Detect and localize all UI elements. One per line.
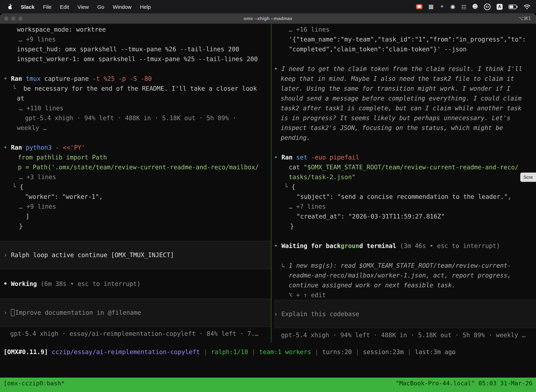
text-segment: ] <box>26 213 29 220</box>
terminal-line: p = Path('.omx/state/team/review-current… <box>0 162 271 172</box>
text-segment: › <box>274 311 281 317</box>
menu-window[interactable]: Window <box>113 4 132 10</box>
terminal-content: workspace_mode: worktree… +9 linesinspec… <box>0 24 536 378</box>
text-segment: └ <box>284 183 292 190</box>
apps-grid-icon[interactable] <box>461 4 466 9</box>
battery-percent-badge[interactable]: 61 <box>484 3 491 10</box>
text-segment: } <box>19 223 23 230</box>
menu-help[interactable]: Help <box>140 4 151 10</box>
wifi-icon[interactable] <box>524 4 530 9</box>
grid-icon[interactable]: ▦ <box>428 4 434 9</box>
omx-status-bar: [OMX#0.11.9] cczip/essay/ai-reimplementa… <box>0 347 536 357</box>
text-segment: • <box>274 242 281 249</box>
blank-line <box>274 143 536 152</box>
active-app-name[interactable]: Slack <box>21 4 34 10</box>
text-segment: inspect_worker-1: omx sparkshell --tmux-… <box>17 56 258 62</box>
blank-line <box>0 289 271 299</box>
text-segment: inspect_hud: omx sparkshell --tmux-pane … <box>17 46 239 53</box>
terminal-line: "worker": "worker-1", <box>0 192 271 202</box>
text-segment: Ran <box>11 75 26 82</box>
terminal-line: later. Using the same for transition mig… <box>274 84 536 93</box>
text-segment: d terminal <box>359 242 400 249</box>
zoom-button[interactable] <box>18 16 23 21</box>
text-segment: -euo pipefail <box>311 154 359 161</box>
terminal-line: '{"team_name":"my-team","task_id":"1","f… <box>274 34 536 44</box>
queued-prompt-band: › Ralph loop active continue [OMX_TMUX_I… <box>0 241 271 269</box>
terminal-line: • I need to get the claim token from the… <box>274 64 536 74</box>
text-segment: python3 <box>26 144 55 151</box>
terminal-window: omx --xhigh --madmax ⌥⌘1 workspace_mode:… <box>0 13 536 392</box>
text-segment: I need to get the claim token from the c… <box>281 65 522 72</box>
text-segment: | <box>352 348 363 355</box>
terminal-line: • Ran python3 - <<'PY' <box>0 143 271 152</box>
terminal-line: … +110 lines <box>0 103 271 113</box>
terminal-line: └ be necessary for the end of the README… <box>0 84 271 93</box>
text-segment: { <box>20 183 23 190</box>
text-segment: … +110 lines <box>19 105 63 112</box>
terminal-line: ] <box>0 211 271 221</box>
tmux-session-window-label[interactable]: [omx-cczip0:bash* <box>4 380 65 387</box>
menu-items: FileEditViewGoWindowHelp <box>43 4 151 10</box>
text-segment: at <box>17 95 24 102</box>
text-segment: '{"team_name":"my-team","task_id":"1","f… <box>289 36 526 43</box>
text-segment: ralph:1/10 <box>211 348 248 355</box>
input-source-icon[interactable]: A <box>497 4 502 10</box>
text-segment: weekly … <box>17 124 47 131</box>
band-line: › Explain this codebase <box>274 309 536 319</box>
swift-icon[interactable]: ✦ <box>440 4 444 9</box>
text-segment: Working <box>11 280 41 287</box>
screen: Slack FileEditViewGoWindowHelp ▦ ✦ ◉ ☻ 6… <box>0 0 536 392</box>
text-segment: groun <box>341 242 359 249</box>
text-segment: tasks/task-2.json" <box>289 173 355 181</box>
traffic-lights <box>0 16 23 21</box>
battery-percent-value: 61 <box>486 5 489 9</box>
text-segment: { <box>292 183 295 190</box>
ghost-icon[interactable]: ☻ <box>472 4 478 9</box>
composer-input[interactable]: › Improve documentation in @filename <box>0 299 271 327</box>
menu-edit[interactable]: Edit <box>60 4 69 10</box>
text-segment: "$OMX_TEAM_STATE_ROOT/team/review-curren… <box>304 164 518 171</box>
apple-menu-icon[interactable] <box>7 4 12 10</box>
close-button[interactable] <box>4 16 9 21</box>
terminal-line: inspect task2's JSON, focusing on the st… <box>274 123 536 133</box>
disc-icon[interactable]: ◉ <box>450 4 455 9</box>
terminal-line: task2 after task1 is complete, but can I… <box>274 103 536 113</box>
terminal-line: is in progress? It seems likely but perh… <box>274 113 536 123</box>
terminal-line: keep that in mind. Maybe I also need the… <box>274 74 536 84</box>
terminal-line: "completed","claim_token":"claim-token"}… <box>274 44 536 54</box>
text-segment: • <box>4 280 11 287</box>
terminal-line: gpt-5.4 xhigh · 94% left · 488K in · 5.1… <box>0 113 271 123</box>
terminal-line: } <box>274 221 536 231</box>
terminal-line: "created_at": "2026-03-31T11:59:27.816Z" <box>274 211 536 221</box>
text-segment: readme-and-reco/mailbox/worker-1.json, a… <box>289 272 511 279</box>
minimize-button[interactable] <box>11 16 15 21</box>
window-title-bar[interactable]: omx --xhigh --madmax ⌥⌘1 <box>0 13 536 24</box>
terminal-line: • Ran set -euo pipefail <box>274 152 536 162</box>
text-segment: | <box>200 348 211 355</box>
tmux-status-bar: [omx-cczip0:bash* "MacBook-Pro-44.local"… <box>0 378 536 392</box>
window-title: omx --xhigh --madmax <box>0 16 536 21</box>
pane-left: workspace_mode: worktree… +9 linesinspec… <box>0 25 271 339</box>
terminal-line: pending. <box>274 133 536 143</box>
menu-go[interactable]: Go <box>97 4 104 10</box>
blank-line <box>0 231 271 241</box>
terminal-line: from pathlib import Path <box>0 152 271 162</box>
composer-suggestion[interactable]: › Explain this codebase <box>274 300 536 328</box>
menu-view[interactable]: View <box>77 4 89 10</box>
menu-file[interactable]: File <box>43 4 51 10</box>
text-segment: | <box>404 348 415 355</box>
text-segment: › <box>4 309 11 316</box>
text-segment: tmux <box>26 75 44 82</box>
text-segment: | <box>311 348 322 355</box>
text-segment: (3m 46s • esc to interrupt) <box>400 242 500 249</box>
text-cursor <box>11 309 14 316</box>
blank-line <box>0 64 271 74</box>
pane-divider[interactable] <box>271 24 272 342</box>
screen-recording-indicator-icon[interactable] <box>416 4 422 9</box>
band-line: › Improve documentation in @filename <box>0 308 271 317</box>
text-segment: set <box>296 154 311 161</box>
battery-icon[interactable] <box>509 5 518 9</box>
text-segment: gpt-5.4 xhigh · 94% left · 488K in · 5.1… <box>281 331 526 339</box>
text-segment: team:1 workers <box>259 348 311 355</box>
terminal-line: workspace_mode: worktree <box>0 25 271 34</box>
